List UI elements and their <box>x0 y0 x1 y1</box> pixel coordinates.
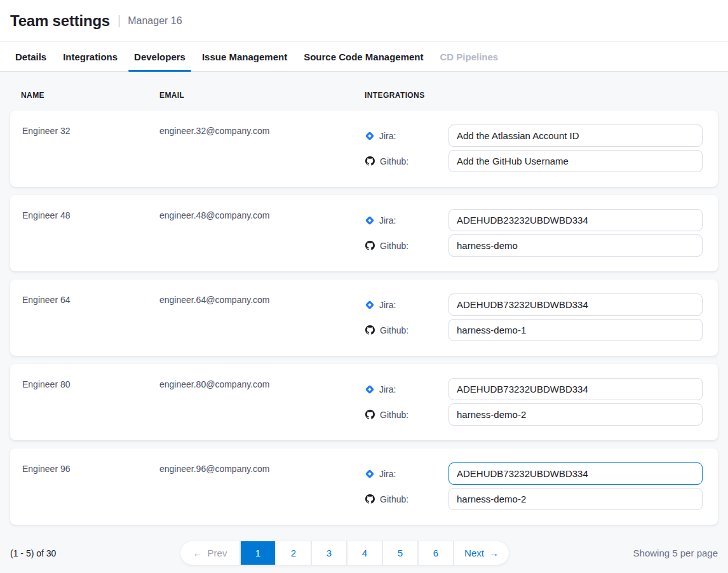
jira-integration-label: Jira: <box>365 469 448 479</box>
jira-icon <box>365 131 374 140</box>
jira-label: Jira: <box>379 469 396 479</box>
jira-integration-label: Jira: <box>365 384 448 394</box>
github-integration-label: Github: <box>365 325 448 335</box>
tab-integrations[interactable]: Integrations <box>63 42 118 71</box>
github-integration-row: Github: <box>365 488 703 510</box>
jira-label: Jira: <box>379 300 396 310</box>
tab-details[interactable]: Details <box>15 42 46 71</box>
per-page-text: Showing 5 per page <box>633 548 718 558</box>
page-button-3[interactable]: 3 <box>312 541 346 565</box>
developer-name: Engineer 48 <box>22 195 159 271</box>
pagination-range-text: (1 - 5) of 30 <box>10 548 56 558</box>
jira-integration-label: Jira: <box>365 131 448 141</box>
developers-panel: NAME EMAIL INTEGRATIONS Engineer 32 engi… <box>0 72 728 565</box>
prev-label: Prev <box>208 548 227 558</box>
page-button-4[interactable]: 4 <box>347 541 382 565</box>
github-icon <box>365 494 375 504</box>
page-title: Team settings <box>10 12 110 30</box>
developer-email: engineer.48@company.com <box>159 195 355 271</box>
jira-account-input[interactable] <box>448 462 703 485</box>
github-integration-label: Github: <box>365 241 448 251</box>
developer-name: Engineer 32 <box>22 111 159 187</box>
rows-container: Engineer 32 engineer.32@company.com Jira… <box>10 111 718 525</box>
developer-name: Engineer 80 <box>22 364 159 440</box>
developer-email: engineer.64@company.com <box>159 280 355 356</box>
github-icon <box>365 241 375 250</box>
integrations-cell: Jira: Github: <box>355 111 718 187</box>
jira-integration-row: Jira: <box>365 378 703 400</box>
integrations-cell: Jira: Github: <box>355 364 718 440</box>
github-icon <box>365 410 375 419</box>
github-label: Github: <box>380 325 408 335</box>
tab-bar: Details Integrations Developers Issue Ma… <box>0 42 728 72</box>
jira-integration-label: Jira: <box>365 300 448 310</box>
github-icon <box>365 156 375 166</box>
column-header-name: NAME <box>21 91 159 100</box>
prev-page-button: ← Prev <box>180 541 239 565</box>
page-button-6[interactable]: 6 <box>419 541 453 565</box>
github-integration-row: Github: <box>365 319 703 341</box>
right-arrow-icon: → <box>489 548 499 558</box>
column-header-integrations: INTEGRATIONS <box>365 91 718 100</box>
table-row: Engineer 64 engineer.64@company.com Jira… <box>10 280 718 356</box>
pager: ← Prev 1 2 3 4 5 6 Next → <box>180 541 509 565</box>
github-integration-label: Github: <box>365 156 448 166</box>
tab-cd-pipelines: CD Pipelines <box>440 42 499 71</box>
tab-source-code-management[interactable]: Source Code Management <box>304 42 423 71</box>
jira-integration-label: Jira: <box>365 215 448 226</box>
table-row: Engineer 80 engineer.80@company.com Jira… <box>10 364 718 440</box>
tab-developers[interactable]: Developers <box>134 42 185 71</box>
github-integration-row: Github: <box>365 403 703 426</box>
developer-email: engineer.32@company.com <box>159 111 355 187</box>
table-row: Engineer 96 engineer.96@company.com Jira… <box>10 448 718 525</box>
integrations-cell: Jira: Github: <box>355 280 718 356</box>
title-separator: | <box>118 13 121 28</box>
github-username-input[interactable] <box>448 319 703 341</box>
jira-label: Jira: <box>379 215 396 226</box>
tab-issue-management[interactable]: Issue Management <box>202 42 287 71</box>
jira-account-input[interactable] <box>448 378 703 400</box>
github-integration-row: Github: <box>365 234 703 257</box>
integrations-cell: Jira: Github: <box>355 448 718 525</box>
developer-email: engineer.80@company.com <box>159 364 355 440</box>
github-label: Github: <box>380 494 408 504</box>
jira-icon <box>365 216 374 225</box>
jira-icon <box>365 469 374 478</box>
github-label: Github: <box>380 241 408 251</box>
github-label: Github: <box>380 410 408 420</box>
github-integration-label: Github: <box>365 410 448 420</box>
table-row: Engineer 48 engineer.48@company.com Jira… <box>10 195 718 271</box>
developer-email: engineer.96@company.com <box>159 448 355 525</box>
jira-icon <box>365 385 374 394</box>
page-button-5[interactable]: 5 <box>383 541 417 565</box>
github-label: Github: <box>380 156 408 166</box>
jira-account-input[interactable] <box>448 125 703 147</box>
page-button-1[interactable]: 1 <box>241 541 275 565</box>
page-button-2[interactable]: 2 <box>276 541 311 565</box>
github-integration-row: Github: <box>365 150 703 172</box>
jira-label: Jira: <box>379 384 396 394</box>
github-icon <box>365 325 375 335</box>
github-username-input[interactable] <box>448 150 703 172</box>
page-header: Team settings | Manager 16 <box>0 0 728 42</box>
table-row: Engineer 32 engineer.32@company.com Jira… <box>10 111 718 187</box>
github-integration-label: Github: <box>365 494 448 504</box>
integrations-cell: Jira: Github: <box>355 195 718 271</box>
next-page-button[interactable]: Next → <box>454 541 509 565</box>
github-username-input[interactable] <box>448 403 703 426</box>
jira-label: Jira: <box>379 131 396 141</box>
pagination-bar: (1 - 5) of 30 ← Prev 1 2 3 4 5 6 Next → … <box>10 541 718 565</box>
next-label: Next <box>464 548 484 558</box>
github-username-input[interactable] <box>448 488 703 510</box>
table-column-header: NAME EMAIL INTEGRATIONS <box>10 72 718 111</box>
jira-integration-row: Jira: <box>365 209 703 231</box>
jira-integration-row: Jira: <box>365 293 703 316</box>
developer-name: Engineer 64 <box>22 280 159 356</box>
jira-integration-row: Jira: <box>365 125 703 147</box>
developer-name: Engineer 96 <box>22 448 159 525</box>
jira-account-input[interactable] <box>448 293 703 316</box>
column-header-email: EMAIL <box>159 91 365 100</box>
github-username-input[interactable] <box>448 234 703 257</box>
jira-account-input[interactable] <box>448 209 703 231</box>
jira-icon <box>365 300 374 309</box>
